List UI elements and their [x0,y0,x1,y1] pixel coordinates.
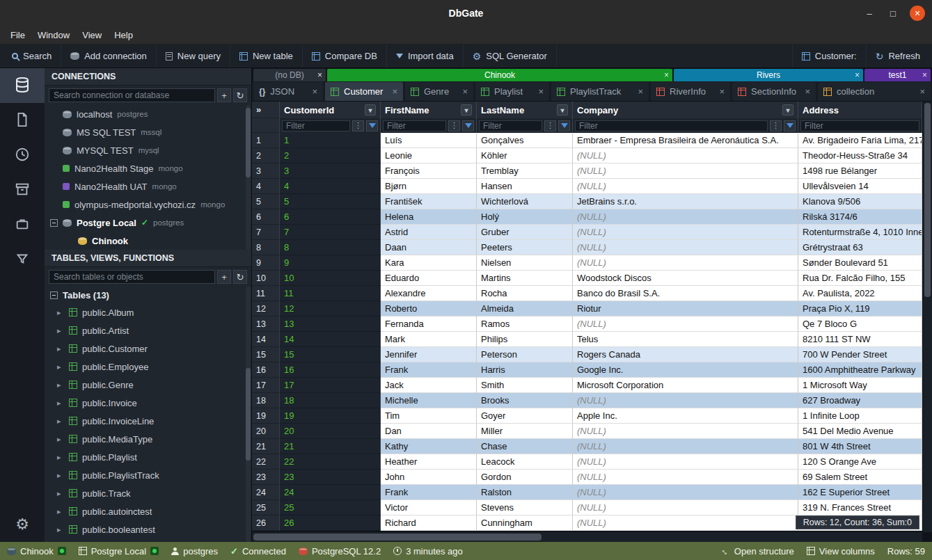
cell-address[interactable]: 69 Salem Street [798,470,922,485]
cell-company[interactable]: Microsoft Corporation [573,378,798,393]
close-icon[interactable]: × [719,86,725,97]
table-row[interactable]: 1515JenniferPetersonRogers Canada700 W P… [252,347,922,362]
chevron-right-icon[interactable]: ▸ [57,489,64,498]
filter-input-address[interactable] [800,120,919,131]
cell-company[interactable]: (NULL) [573,439,798,454]
cell-address[interactable]: Rotenturmstraße 4, 1010 Innere Stadt [798,225,922,240]
connection-item[interactable]: localhostpostgres [45,105,251,123]
rail-archive[interactable] [0,173,45,207]
table-row[interactable]: 88DaanPeeters(NULL)Grétrystraat 63 [252,240,922,255]
cell-address[interactable]: Praça Pio X, 119 [798,301,922,317]
menu-file[interactable]: File [4,28,31,42]
chevron-right-icon[interactable]: ▸ [57,471,64,480]
status-connected[interactable]: ✓Connected [230,546,286,557]
table-row[interactable]: 1616FrankHarrisGoogle Inc.1600 Amphithea… [252,362,922,378]
tab-playlisttrack[interactable]: PlaylistTrack× [551,82,649,101]
chevron-right-icon[interactable]: ▸ [57,326,64,335]
cell-id[interactable]: 8 [280,240,381,255]
table-list-item[interactable]: ▸public.Employee [45,358,251,376]
cell-id[interactable]: 2 [280,148,381,163]
filter-input-company[interactable] [575,120,768,131]
status-postgres[interactable]: postgres [171,546,218,557]
chevron-right-icon[interactable]: ▸ [57,507,64,516]
table-list-item[interactable]: ▸public.Album [45,303,251,321]
tables-scrollbar-thumb[interactable] [246,368,251,460]
cell-address[interactable]: 801 W 4th Street [798,439,922,454]
menu-help[interactable]: Help [108,28,139,42]
table-row[interactable]: 11LuísGonçalvesEmbraer - Empresa Brasile… [252,133,922,148]
cell-company[interactable]: (NULL) [573,485,798,500]
cell-last[interactable]: Wichterlová [477,194,573,209]
cell-id[interactable]: 1 [280,133,381,148]
cell-last[interactable]: Stevens [477,500,573,515]
kebab-icon[interactable]: ⋮ [352,120,364,131]
horizontal-scrollbar-thumb[interactable] [253,534,542,541]
status-rows-59[interactable]: Rows: 59 [887,546,925,557]
cell-address[interactable]: 120 S Orange Ave [798,454,922,470]
toolbar-button-import[interactable]: Import data [387,45,464,67]
kebab-icon[interactable]: ⋮ [544,120,556,131]
connection-item[interactable]: Nano2Health UATmongo [45,177,251,195]
menu-window[interactable]: Window [31,28,76,42]
toolbar-button-compare[interactable]: Compare DB [303,45,387,67]
cell-company[interactable]: Woodstock Discos [573,271,798,286]
cell-address[interactable]: 627 Broadway [798,393,922,408]
cell-id[interactable]: 26 [280,515,381,531]
cell-company[interactable]: (NULL) [573,515,798,531]
cell-last[interactable]: Ramos [477,317,573,332]
cell-first[interactable]: Leonie [381,148,477,163]
table-list-item[interactable]: ▸public.Customer [45,339,251,358]
table-row[interactable]: 1818MichelleBrooks(NULL)627 Broadway [252,393,922,408]
cell-last[interactable]: Holý [477,209,573,225]
cell-address[interactable]: Rua Dr. Falcão Filho, 155 [798,271,922,286]
cell-id[interactable]: 5 [280,194,381,209]
table-row[interactable]: 33FrançoisTremblay(NULL)1498 rue Bélange… [252,163,922,179]
tables-group[interactable]: Tables (13) [45,287,251,303]
add-connection-icon-button[interactable]: + [217,88,231,102]
table-list-item[interactable]: ▸public.Track [45,484,251,502]
cell-last[interactable]: Gruber [477,225,573,240]
cell-last[interactable]: Cunningham [477,515,573,531]
horizontal-scrollbar[interactable] [252,532,922,542]
rail-connections[interactable] [0,68,45,103]
cell-company[interactable]: Apple Inc. [573,408,798,424]
cell-last[interactable]: Ralston [477,485,573,500]
cell-first[interactable]: Helena [381,209,477,225]
cell-first[interactable]: Fernanda [381,317,477,332]
cell-company[interactable]: Rogers Canada [573,347,798,362]
table-list-item[interactable]: ▸public.Genre [45,376,251,394]
cell-address[interactable]: Qe 7 Bloco G [798,317,922,332]
table-list-item[interactable]: ▸public.autoinctest [45,502,251,520]
cell-last[interactable]: Peeters [477,240,573,255]
table-row[interactable]: 1212RobertoAlmeidaRioturPraça Pio X, 119 [252,301,922,317]
customer-tab-button[interactable]: Customer: [792,45,866,67]
connections-search-input[interactable] [49,88,215,102]
toolbar-button-search[interactable]: Search [3,45,61,67]
cell-last[interactable]: Almeida [477,301,573,317]
cell-id[interactable]: 24 [280,485,381,500]
toolbar-button-generator[interactable]: ⚙SQL Generator [464,45,557,67]
minimize-button[interactable]: – [862,8,876,19]
funnel-icon[interactable] [784,120,796,131]
cell-last[interactable]: Gonçalves [477,133,573,148]
status-open-structure[interactable]: ↔Open structure [721,546,794,557]
cell-id[interactable]: 18 [280,393,381,408]
cell-id[interactable]: 10 [280,271,381,286]
cell-last[interactable]: Peterson [477,347,573,362]
table-row[interactable]: 66HelenaHolý(NULL)Rilská 3174/6 [252,209,922,225]
connection-item[interactable]: Postgre Local✓postgres [45,214,251,232]
chevron-right-icon[interactable]: ▸ [57,308,64,317]
chevron-right-icon[interactable]: ▸ [57,399,64,408]
status-chinook[interactable]: Chinook [7,546,66,557]
cell-address[interactable]: Ullevålsveien 14 [798,179,922,194]
cell-last[interactable]: Leacock [477,454,573,470]
refresh-tables-button[interactable]: ↻ [233,270,247,284]
table-row[interactable]: 44BjørnHansen(NULL)Ullevålsveien 14 [252,179,922,194]
funnel-icon[interactable] [462,120,474,131]
funnel-icon[interactable] [558,120,570,131]
sort-dropdown-icon[interactable]: ▾ [365,104,376,115]
cell-first[interactable]: Roberto [381,301,477,317]
table-list-item[interactable]: ▸public.Invoice [45,394,251,412]
tables-scrollbar[interactable] [246,287,251,542]
status-view-columns[interactable]: View columns [807,546,875,557]
